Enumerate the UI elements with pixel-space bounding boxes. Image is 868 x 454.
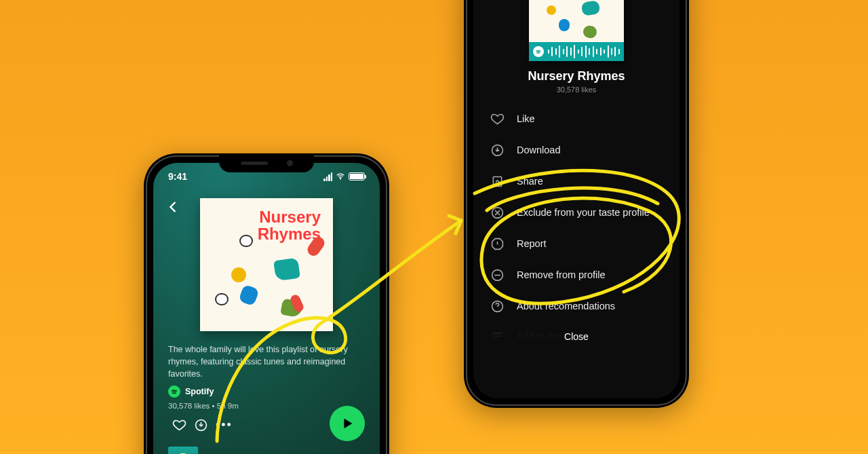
menu-item-download[interactable]: Download (473, 134, 679, 166)
phone-right-frame: NurseryRhymes Nursery Rhymes 3 (464, 0, 689, 408)
playlist-author[interactable]: Spotify (153, 385, 380, 398)
menu-label: Remove from profile (517, 269, 606, 280)
heart-icon (490, 111, 505, 126)
download-icon (490, 143, 505, 157)
cover-title: NurseryRhymes (258, 209, 321, 243)
spotify-code-logo-icon (533, 46, 544, 57)
menu-label: Download (517, 145, 561, 155)
svg-marker-2 (344, 419, 352, 429)
annotation-overlay (0, 0, 868, 454)
like-button[interactable] (168, 414, 190, 436)
menu-item-exclude-taste-profile[interactable]: Exclude from your taste profile (473, 197, 679, 228)
back-button[interactable] (165, 200, 180, 214)
menu-playlist-likes: 30,578 likes (473, 86, 679, 94)
remove-icon (490, 267, 505, 282)
close-button[interactable]: Close (473, 322, 679, 354)
more-options-button[interactable]: ••• (216, 418, 233, 432)
phone-notch (219, 153, 314, 172)
author-name: Spotify (185, 387, 214, 396)
menu-item-about-recommendations[interactable]: About recomendations (473, 290, 679, 322)
svg-point-0 (340, 178, 340, 179)
spotify-playlist-screen: 9:41 NurseryRhymes (153, 163, 380, 454)
report-icon (490, 236, 505, 251)
menu-label: Exclude from your taste profile (517, 207, 650, 218)
battery-icon (349, 172, 365, 181)
spotify-context-menu-screen: NurseryRhymes Nursery Rhymes 3 (473, 0, 679, 398)
playlist-description: The whole family will love this playlist… (153, 331, 380, 385)
spotify-logo-icon (168, 385, 180, 398)
track-thumbnail (168, 447, 198, 454)
exclude-icon (490, 205, 505, 220)
menu-playlist-title: Nursery Rhymes (473, 69, 679, 83)
menu-label: Like (517, 113, 535, 124)
svg-rect-4 (493, 176, 501, 186)
share-icon (490, 174, 505, 189)
menu-item-like[interactable]: Like (473, 103, 679, 134)
annotation-arrow-icon (0, 0, 868, 454)
signal-icon (323, 172, 332, 181)
menu-label: Report (517, 238, 547, 249)
playlist-cover[interactable]: NurseryRhymes (200, 198, 333, 331)
download-button[interactable] (190, 414, 212, 436)
status-time: 9:41 (168, 171, 187, 182)
menu-item-report[interactable]: Report (473, 228, 679, 259)
menu-item-share[interactable]: Share (473, 166, 679, 197)
menu-label: Share (517, 176, 543, 187)
phone-left-frame: 9:41 NurseryRhymes (144, 153, 389, 454)
mini-playlist-cover: NurseryRhymes (529, 0, 624, 61)
spotify-code (529, 42, 624, 61)
context-menu: Like Download Share Exclude from your ta… (473, 94, 679, 322)
help-icon (490, 299, 505, 314)
wifi-icon (336, 172, 345, 181)
menu-label: About recomendations (517, 301, 615, 311)
play-button[interactable] (330, 406, 365, 441)
menu-item-remove-from-profile[interactable]: Remove from profile (473, 259, 679, 290)
